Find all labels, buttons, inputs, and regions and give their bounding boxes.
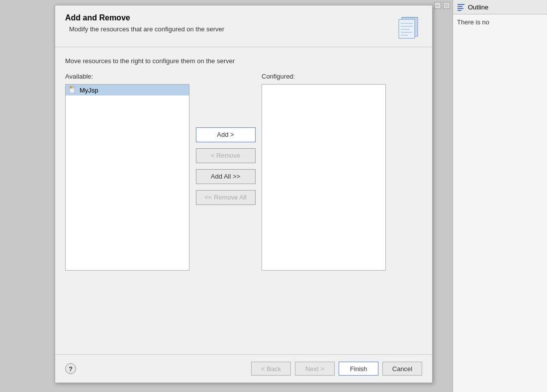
dialog-header-text: Add and Remove Modify the resources that…	[65, 13, 224, 33]
footer-right: < Back Next > Finish Cancel	[251, 362, 422, 376]
list-item[interactable]: MyJsp	[66, 85, 189, 96]
minimize-button[interactable]: –	[434, 2, 441, 9]
svg-rect-0	[457, 4, 464, 5]
finish-button[interactable]: Finish	[339, 362, 378, 376]
configured-label: Configured:	[262, 73, 386, 80]
next-button[interactable]: Next >	[295, 362, 335, 376]
window-controls: – □	[434, 2, 450, 9]
add-button[interactable]: Add >	[196, 127, 256, 142]
help-button[interactable]: ?	[65, 363, 76, 374]
svg-rect-3	[457, 10, 461, 11]
outline-panel-content: There is no	[453, 14, 547, 30]
outline-panel-header: Outline	[453, 0, 547, 14]
outline-panel-title: Outline	[468, 3, 488, 11]
maximize-button[interactable]: □	[443, 2, 450, 9]
jsp-file-icon	[69, 86, 77, 94]
action-buttons-column: Add > < Remove Add All >> << Remove All	[189, 73, 262, 259]
dialog-footer: ? < Back Next > Finish Cancel	[55, 354, 432, 383]
dialog-body: Move resources to the right to configure…	[55, 47, 432, 354]
cancel-button[interactable]: Cancel	[382, 362, 422, 376]
outline-icon	[457, 3, 465, 11]
available-item-name: MyJsp	[80, 87, 98, 94]
available-list[interactable]: MyJsp	[65, 84, 189, 271]
instruction-text: Move resources to the right to configure…	[65, 57, 422, 65]
columns-area: Available: MyJsp	[65, 73, 422, 344]
configured-column: Configured:	[262, 73, 386, 271]
available-label: Available:	[65, 73, 189, 80]
footer-left: ?	[65, 363, 76, 374]
dialog-title: Add and Remove	[65, 13, 224, 22]
dialog-subtitle: Modify the resources that are configured…	[69, 25, 224, 33]
outline-panel: Outline There is no	[453, 0, 547, 392]
remove-button[interactable]: < Remove	[196, 148, 256, 163]
dialog-header-icon	[395, 13, 422, 41]
available-column: Available: MyJsp	[65, 73, 189, 271]
outline-no-content-text: There is no	[457, 18, 489, 26]
remove-all-button[interactable]: << Remove All	[196, 190, 256, 205]
back-button[interactable]: < Back	[251, 362, 291, 376]
dialog-header: Add and Remove Modify the resources that…	[55, 5, 432, 47]
svg-rect-1	[457, 6, 462, 7]
configured-list[interactable]	[262, 84, 386, 271]
add-remove-dialog: Add and Remove Modify the resources that…	[55, 5, 433, 383]
add-all-button[interactable]: Add All >>	[196, 169, 256, 184]
svg-rect-2	[457, 8, 463, 9]
